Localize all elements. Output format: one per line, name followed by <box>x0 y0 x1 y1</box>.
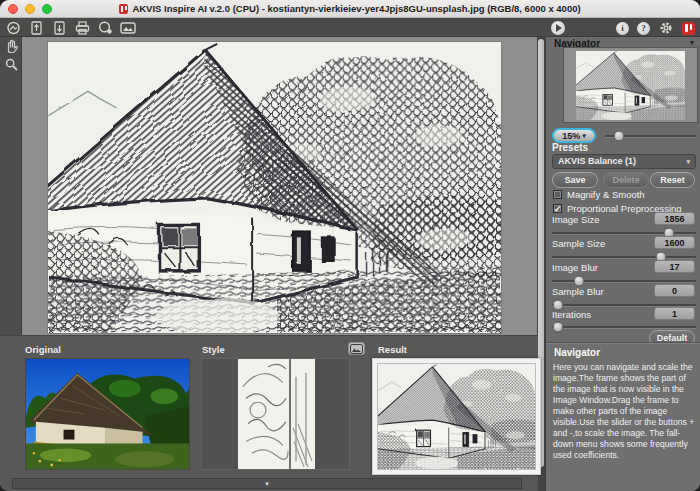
preferences-gear-icon[interactable] <box>658 21 674 36</box>
image-icon <box>350 344 363 354</box>
hints-panel: Navigator Here you can navigate and scal… <box>546 342 700 491</box>
iterations-value[interactable]: 1 <box>654 307 695 320</box>
slider-track <box>552 326 696 328</box>
iterations-slider-handle[interactable] <box>552 322 563 333</box>
zoom-window-button[interactable] <box>42 4 52 14</box>
filmstrip: Original Style Result <box>0 335 538 491</box>
zoom-level-value: 15% <box>562 131 580 141</box>
tool-sidebar <box>0 37 22 335</box>
import-file-icon[interactable] <box>28 20 44 35</box>
app-logo-icon <box>119 4 128 14</box>
image-blur-label: Image Blur <box>552 262 598 273</box>
result-image[interactable] <box>48 42 501 333</box>
navigator-preview[interactable] <box>563 47 698 123</box>
minimize-window-button[interactable] <box>25 4 35 14</box>
result-label: Result <box>378 344 407 355</box>
toolbar: i ? <box>0 18 700 37</box>
settings-panel: Navigator ▾ 15% ▾ Presets AKVIS Balance … <box>545 37 700 491</box>
hints-text: Here you can navigate and scale the imag… <box>553 362 697 461</box>
hand-tool-icon[interactable] <box>0 37 22 55</box>
play-icon <box>556 24 562 32</box>
slider-track <box>552 304 696 306</box>
result-thumbnail[interactable] <box>372 358 541 475</box>
title-bar: AKVIS Inspire AI v.2.0 (CPU) - kostianty… <box>0 0 700 18</box>
reset-preset-button[interactable]: Reset <box>650 172 695 188</box>
preset-selected-value: AKVIS Balance (1) <box>558 156 636 166</box>
open-image-icon[interactable] <box>5 20 21 35</box>
presets-label: Presets <box>552 142 588 153</box>
iterations-label: Iterations <box>552 309 591 320</box>
navigator-collapse-icon[interactable]: ▾ <box>690 38 694 47</box>
original-label: Original <box>25 344 61 355</box>
checkbox-unchecked[interactable] <box>553 190 562 199</box>
zoom-level-dropdown[interactable]: 15% ▾ <box>552 128 596 143</box>
zoom-tool-icon[interactable] <box>0 55 22 73</box>
sample-size-value[interactable]: 1600 <box>654 236 695 249</box>
chevron-down-icon: ▾ <box>686 155 690 168</box>
image-blur-value[interactable]: 17 <box>654 260 695 273</box>
slider-track <box>552 232 696 234</box>
chevron-down-icon: ▾ <box>265 480 269 487</box>
slider-track <box>552 256 696 258</box>
original-thumbnail[interactable] <box>25 358 190 470</box>
hints-title: Navigator <box>554 347 600 358</box>
run-processing-button[interactable] <box>551 21 565 35</box>
save-preset-button[interactable]: Save <box>552 172 598 188</box>
zoom-slider-handle[interactable] <box>613 131 624 142</box>
magnify-smooth-option[interactable]: Magnify & Smooth <box>553 189 645 200</box>
share-icon[interactable] <box>97 20 113 35</box>
close-window-button[interactable] <box>8 4 18 14</box>
filmstrip-collapse-bar[interactable]: ▾ <box>12 478 522 489</box>
style-label: Style <box>202 344 225 355</box>
image-blur-slider-handle[interactable] <box>574 276 585 287</box>
image-size-label: Image Size <box>552 214 600 225</box>
delete-preset-button[interactable]: Delete <box>603 172 649 188</box>
sample-blur-label: Sample Blur <box>552 286 604 297</box>
style-thumbnail[interactable] <box>201 358 350 470</box>
magnify-smooth-label: Magnify & Smooth <box>567 189 645 200</box>
image-size-value[interactable]: 1856 <box>654 212 695 225</box>
help-icon[interactable]: ? <box>637 22 650 35</box>
zoom-slider[interactable] <box>605 129 696 143</box>
preset-dropdown[interactable]: AKVIS Balance (1) ▾ <box>552 154 696 169</box>
sample-blur-value[interactable]: 0 <box>654 284 695 297</box>
print-icon[interactable] <box>74 20 90 35</box>
info-icon[interactable]: i <box>616 22 629 35</box>
window-title: AKVIS Inspire AI v.2.0 (CPU) - kostianty… <box>132 3 580 14</box>
akvis-logo-icon[interactable] <box>682 22 695 35</box>
image-window[interactable] <box>22 37 537 335</box>
open-style-gallery-button[interactable] <box>348 342 365 355</box>
export-file-icon[interactable] <box>51 20 67 35</box>
sample-size-label: Sample Size <box>552 238 605 249</box>
gallery-icon[interactable] <box>120 20 136 35</box>
navigator-preview-image <box>576 51 685 120</box>
chevron-down-icon: ▾ <box>582 132 585 140</box>
checkbox-checked[interactable]: ✓ <box>553 204 562 213</box>
app-window: AKVIS Inspire AI v.2.0 (CPU) - kostianty… <box>0 0 700 491</box>
